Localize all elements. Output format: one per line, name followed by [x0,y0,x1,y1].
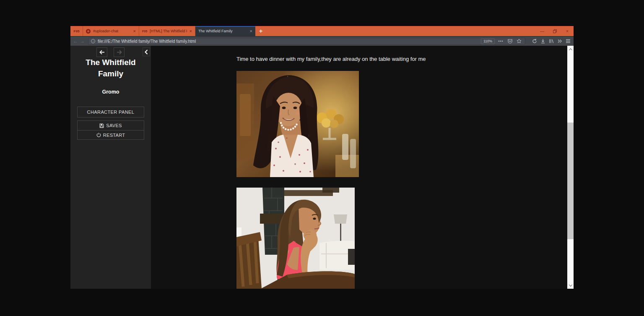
history-forward-button[interactable] [114,47,125,57]
photo-mother-kitchen [236,71,359,177]
scroll-up-arrow-icon[interactable] [567,46,574,53]
bookmark-star-icon[interactable] [516,38,522,44]
restart-button[interactable]: RESTART [78,130,144,139]
browser-forward-button[interactable]: → [80,37,85,45]
navigation-toolbar: ← → i file:///E:/The Whitfield family/Th… [70,36,574,46]
passage-text: Time to have dinner with my family,they … [236,56,426,62]
tab-close-icon[interactable]: × [133,29,136,34]
tab-title: #uploader-chat [93,29,131,33]
f95-logo-icon: F95 [74,29,80,33]
tab-whitfield-family-active[interactable]: The Whitfield Family × [195,26,255,36]
tab-f95-thread[interactable]: F95 [HTML] The Whitfield Family | × [139,26,195,36]
overflow-chevrons-icon[interactable] [556,38,563,44]
url-text[interactable]: file:///E:/The Whitfield family/The Whit… [98,39,478,44]
close-window-button[interactable]: × [561,26,574,36]
history-back-button[interactable] [96,47,107,57]
game-author: Gromo [70,89,151,95]
game-sidebar: The Whitfield Family Gromo CHARACTER PAN… [70,46,151,289]
uploader-chat-favicon-icon [86,29,91,34]
tab-uploader-chat[interactable]: #uploader-chat × [83,26,139,36]
browser-back-button[interactable]: ← [73,37,78,45]
tab-title: [HTML] The Whitfield Family | [150,29,187,33]
address-bar[interactable]: i file:///E:/The Whitfield family/The Wh… [88,38,525,45]
saves-label: SAVES [106,123,122,128]
restore-button[interactable] [548,26,561,36]
photo-daughter-table [236,188,355,289]
minimize-button[interactable]: — [536,26,548,36]
zoom-level-indicator[interactable]: 110% [481,38,495,44]
scroll-down-arrow-icon[interactable] [567,282,574,289]
downloads-icon[interactable] [540,38,546,44]
game-title: The Whitfield Family [70,57,151,79]
story-passage: Time to have dinner with my family,they … [151,46,567,289]
character-panel-button[interactable]: CHARACTER PANEL [77,107,144,118]
pinned-tab-f95[interactable]: F95 [70,26,83,36]
tab-bar: F95 #uploader-chat × F95 [HTML] The Whit… [70,26,574,36]
window-controls: — × [536,26,574,36]
browser-window: F95 #uploader-chat × F95 [HTML] The Whit… [70,26,574,289]
pocket-icon[interactable] [506,38,513,44]
f95-favicon-icon: F95 [142,30,147,33]
save-disk-icon [99,123,104,128]
tab-close-icon[interactable]: × [190,29,192,34]
tab-title: The Whitfield Family [198,29,247,33]
scrollbar-thumb[interactable] [567,123,574,239]
page-actions-icon[interactable] [497,38,504,44]
library-icon[interactable] [548,38,555,44]
sidebar-collapse-toggle[interactable] [143,47,150,56]
page-scrollbar[interactable] [567,46,574,289]
saves-button[interactable]: SAVES [78,121,144,130]
power-icon [96,133,101,137]
reload-icon[interactable] [531,38,538,44]
page-info-icon[interactable]: i [91,39,95,43]
character-panel-label: CHARACTER PANEL [87,110,135,115]
new-tab-button[interactable]: + [255,26,266,36]
page-content: The Whitfield Family Gromo CHARACTER PAN… [70,46,574,289]
tab-close-icon[interactable]: × [250,29,252,34]
core-menu: SAVES RESTART [77,120,144,140]
restart-label: RESTART [103,133,125,138]
menu-hamburger-icon[interactable] [565,38,571,44]
